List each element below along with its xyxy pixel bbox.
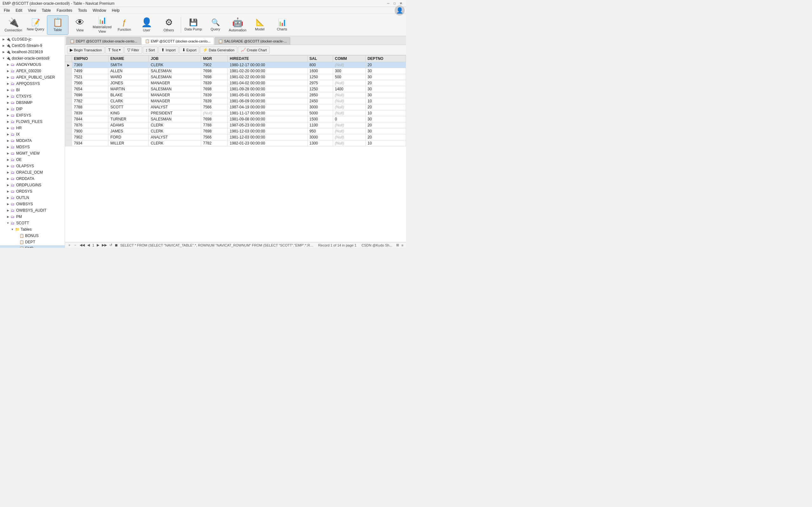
cell-deptno[interactable]: 20 xyxy=(365,134,406,140)
cell-sal[interactable]: 3000 xyxy=(307,104,333,110)
stop-button[interactable]: ◼ xyxy=(115,243,118,247)
cell-mgr[interactable]: 7698 xyxy=(201,68,228,74)
row-indicator[interactable] xyxy=(65,68,72,74)
cell-comm[interactable]: (Null) xyxy=(333,98,365,104)
cell-ename[interactable]: MARTIN xyxy=(108,86,149,92)
nav-prev-page-button[interactable]: ◀◀ xyxy=(80,243,85,247)
cell-job[interactable]: MANAGER xyxy=(149,80,201,86)
table-row[interactable]: 7934MILLERCLERK77821982-01-23 00:00:0013… xyxy=(65,140,406,147)
cell-empno[interactable]: 7934 xyxy=(72,140,108,147)
cell-comm[interactable]: (Null) xyxy=(333,110,365,116)
table-row[interactable]: 7654MARTINSALESMAN76981981-09-28 00:00:0… xyxy=(65,86,406,92)
toolbar-connection[interactable]: 🔌 Connection xyxy=(3,15,24,35)
toolbar-others[interactable]: ⚙ Others xyxy=(158,15,180,35)
export-button[interactable]: ⬇ Export xyxy=(179,46,200,54)
cell-mgr[interactable]: 7902 xyxy=(201,62,228,68)
cell-mgr[interactable]: 7782 xyxy=(201,140,228,147)
sidebar-item-apex_030200[interactable]: ▶🗂APEX_030200 xyxy=(0,68,65,74)
menu-help[interactable]: Help xyxy=(109,8,122,13)
cell-sal[interactable]: 2850 xyxy=(307,92,333,98)
sidebar-item-flows_files[interactable]: ▶🗂FLOWS_FILES xyxy=(0,118,65,125)
cell-deptno[interactable]: 10 xyxy=(365,110,406,116)
row-indicator[interactable] xyxy=(65,140,72,147)
cell-sal[interactable]: 950 xyxy=(307,128,333,134)
cell-ename[interactable]: CLARK xyxy=(108,98,149,104)
cell-sal[interactable]: 1100 xyxy=(307,122,333,128)
cell-hiredate[interactable]: 1981-05-01 00:00:00 xyxy=(228,92,307,98)
cell-empno[interactable]: 7900 xyxy=(72,128,108,134)
toolbar-automation[interactable]: 🤖 Automation xyxy=(227,15,248,35)
cell-empno[interactable]: 7369 xyxy=(72,62,108,68)
row-indicator[interactable] xyxy=(65,134,72,140)
row-indicator[interactable] xyxy=(65,122,72,128)
cell-empno[interactable]: 7782 xyxy=(72,98,108,104)
table-row[interactable]: 7900JAMESCLERK76981981-12-03 00:00:00950… xyxy=(65,128,406,134)
cell-mgr[interactable]: 7839 xyxy=(201,92,228,98)
row-indicator[interactable] xyxy=(65,116,72,122)
col-sal[interactable]: SAL xyxy=(307,55,333,62)
row-indicator[interactable] xyxy=(65,80,72,86)
cell-empno[interactable]: 7654 xyxy=(72,86,108,92)
toolbar-table[interactable]: 📋 Table xyxy=(47,15,68,35)
cell-mgr[interactable]: 7839 xyxy=(201,98,228,104)
cell-ename[interactable]: ADAMS xyxy=(108,122,149,128)
col-ename[interactable]: ENAME xyxy=(108,55,149,62)
sort-button[interactable]: ↕ Sort xyxy=(143,46,158,54)
sidebar-item-pm[interactable]: ▶🗂PM xyxy=(0,214,65,220)
cell-empno[interactable]: 7876 xyxy=(72,122,108,128)
cell-comm[interactable]: (Null) xyxy=(333,104,365,110)
nav-next-page-button[interactable]: ▶▶ xyxy=(102,243,107,247)
maximize-button[interactable]: □ xyxy=(392,1,397,6)
toolbar-user[interactable]: 👤 User xyxy=(136,15,157,35)
row-indicator[interactable] xyxy=(65,128,72,134)
row-indicator[interactable] xyxy=(65,92,72,98)
cell-job[interactable]: CLERK xyxy=(149,122,201,128)
cell-hiredate[interactable]: 1981-02-22 00:00:00 xyxy=(228,74,307,80)
cell-deptno[interactable]: 30 xyxy=(365,86,406,92)
sidebar-item-owbsys_audit[interactable]: ▶🗂OWBSYS_AUDIT xyxy=(0,207,65,214)
cell-ename[interactable]: ALLEN xyxy=(108,68,149,74)
cell-hiredate[interactable]: 1981-12-03 00:00:00 xyxy=(228,128,307,134)
cell-sal[interactable]: 1500 xyxy=(307,116,333,122)
cell-deptno[interactable]: 30 xyxy=(365,92,406,98)
sidebar-item-oe[interactable]: ▶🗂OE xyxy=(0,157,65,163)
cell-job[interactable]: SALESMAN xyxy=(149,74,201,80)
table-row[interactable]: 7521WARDSALESMAN76981981-02-22 00:00:001… xyxy=(65,74,406,80)
toolbar-charts[interactable]: 📊 Charts xyxy=(271,15,293,35)
cell-job[interactable]: ANALYST xyxy=(149,134,201,140)
cell-sal[interactable]: 1600 xyxy=(307,68,333,74)
begin-transaction-button[interactable]: ▶ Begin Transaction xyxy=(67,46,105,54)
cell-job[interactable]: CLERK xyxy=(149,140,201,147)
cell-empno[interactable]: 7839 xyxy=(72,110,108,116)
row-indicator[interactable]: ▶ xyxy=(65,62,72,68)
grid-view-button[interactable]: ⊞ xyxy=(396,243,399,247)
nav-prev-button[interactable]: ◀ xyxy=(87,243,90,247)
sidebar-item-centos-stream-9[interactable]: ▶🔌CentOS-Stream-9 xyxy=(0,43,65,49)
cell-comm[interactable]: (Null) xyxy=(333,92,365,98)
cell-hiredate[interactable]: 1981-09-08 00:00:00 xyxy=(228,116,307,122)
sidebar-item-dbsnmp[interactable]: ▶🗂DBSNMP xyxy=(0,100,65,106)
cell-mgr[interactable]: 7566 xyxy=(201,104,228,110)
toolbar-function[interactable]: ƒ Function xyxy=(113,15,135,35)
cell-mgr[interactable]: 7698 xyxy=(201,116,228,122)
sidebar-item-exfsys[interactable]: ▶🗂EXFSYS xyxy=(0,112,65,118)
cell-comm[interactable]: 1400 xyxy=(333,86,365,92)
cell-ename[interactable]: WARD xyxy=(108,74,149,80)
sidebar-item-mdsys[interactable]: ▶🗂MDSYS xyxy=(0,144,65,150)
row-indicator[interactable] xyxy=(65,74,72,80)
row-indicator[interactable] xyxy=(65,98,72,104)
cell-sal[interactable]: 1250 xyxy=(307,74,333,80)
cell-mgr[interactable]: 7698 xyxy=(201,128,228,134)
delete-record-button[interactable]: － xyxy=(73,243,77,247)
cell-comm[interactable]: (Null) xyxy=(333,128,365,134)
col-hiredate[interactable]: HIREDATE xyxy=(228,55,307,62)
refresh-button[interactable]: ↺ xyxy=(109,243,112,247)
col-job[interactable]: JOB xyxy=(149,55,201,62)
sidebar-item-dip[interactable]: ▶🗂DIP xyxy=(0,106,65,112)
cell-deptno[interactable]: 20 xyxy=(365,104,406,110)
cell-comm[interactable]: (Null) xyxy=(333,122,365,128)
menu-view[interactable]: View xyxy=(26,8,39,13)
sidebar-item-orddata[interactable]: ▶🗂ORDDATA xyxy=(0,176,65,182)
cell-comm[interactable]: 0 xyxy=(333,116,365,122)
import-button[interactable]: ⬆ Import xyxy=(158,46,178,54)
